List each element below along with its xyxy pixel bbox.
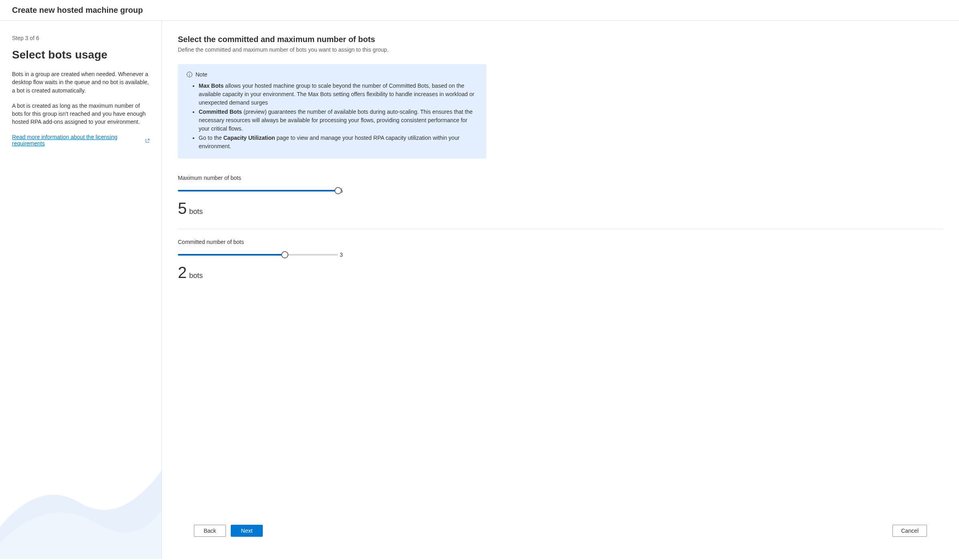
licensing-link[interactable]: Read more information about the licensin… bbox=[12, 134, 149, 147]
sidebar-description-2: A bot is created as long as the maximum … bbox=[12, 102, 149, 126]
committed-bots-slider-fill bbox=[178, 254, 285, 256]
wizard-sidebar: Step 3 of 6 Select bots usage Bots in a … bbox=[0, 21, 162, 559]
committed-bots-slider-thumb[interactable] bbox=[281, 251, 288, 258]
note-item-committed-bots: Committed Bots (preview) guarantees the … bbox=[199, 108, 477, 133]
step-indicator: Step 3 of 6 bbox=[12, 35, 149, 41]
committed-bots-count: 2 bots bbox=[178, 264, 943, 282]
info-icon: i bbox=[187, 72, 192, 77]
committed-bots-label: Committed number of bots bbox=[178, 239, 943, 245]
note-item-capacity: Go to the Capacity Utilization page to v… bbox=[199, 134, 477, 151]
note-callout: i Note Max Bots allows your hosted machi… bbox=[178, 64, 486, 159]
main-subtitle: Define the committed and maximum number … bbox=[178, 46, 943, 53]
committed-bots-unit: bots bbox=[189, 272, 203, 280]
committed-bots-number: 2 bbox=[178, 264, 187, 282]
section-divider bbox=[178, 229, 943, 229]
max-bots-label: Maximum number of bots bbox=[178, 175, 943, 181]
decorative-wave bbox=[0, 455, 161, 559]
committed-bots-slider[interactable] bbox=[178, 254, 338, 256]
max-bots-slider-thumb[interactable] bbox=[334, 187, 342, 194]
max-bots-number: 5 bbox=[178, 199, 187, 218]
main-content: Select the committed and maximum number … bbox=[162, 21, 959, 559]
footer-left-buttons: Back Next bbox=[194, 525, 263, 537]
note-list: Max Bots allows your hosted machine grou… bbox=[187, 82, 477, 151]
committed-bots-section: Committed number of bots 3 2 bots bbox=[178, 239, 943, 285]
committed-bots-max-value: 3 bbox=[340, 252, 343, 258]
max-bots-count: 5 bots bbox=[178, 199, 943, 218]
next-button[interactable]: Next bbox=[231, 525, 263, 537]
committed-bots-slider-container: 3 bbox=[178, 252, 346, 258]
cancel-button[interactable]: Cancel bbox=[893, 525, 927, 537]
licensing-link-text: Read more information about the licensin… bbox=[12, 134, 143, 147]
max-bots-slider-fill bbox=[178, 190, 338, 191]
main-title: Select the committed and maximum number … bbox=[178, 35, 943, 44]
back-button[interactable]: Back bbox=[194, 525, 226, 537]
note-title: Note bbox=[195, 71, 208, 78]
page-title: Create new hosted machine group bbox=[12, 6, 947, 15]
wizard-footer: Back Next Cancel bbox=[178, 517, 943, 545]
max-bots-unit: bots bbox=[189, 207, 203, 216]
body-container: Step 3 of 6 Select bots usage Bots in a … bbox=[0, 21, 959, 559]
sidebar-title: Select bots usage bbox=[12, 48, 149, 61]
max-bots-section: Maximum number of bots 5 5 bots bbox=[178, 175, 943, 221]
sidebar-description-1: Bots in a group are created when needed.… bbox=[12, 70, 149, 95]
note-item-max-bots: Max Bots allows your hosted machine grou… bbox=[199, 82, 477, 107]
note-header: i Note bbox=[187, 71, 477, 78]
external-link-icon bbox=[145, 138, 149, 143]
max-bots-slider-container: 5 bbox=[178, 187, 346, 194]
page-header: Create new hosted machine group bbox=[0, 0, 959, 21]
max-bots-slider[interactable] bbox=[178, 190, 338, 191]
